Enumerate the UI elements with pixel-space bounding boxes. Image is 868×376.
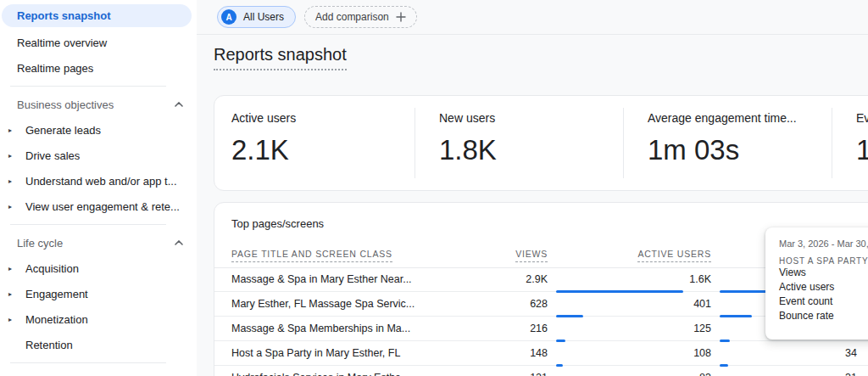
expand-arrow-icon[interactable]: ▸	[8, 203, 25, 210]
plus-icon	[396, 12, 406, 22]
active-users-cell: 108	[626, 347, 711, 359]
sidebar-item-drive-sales[interactable]: ▸ Drive sales	[0, 143, 197, 168]
all-users-chip[interactable]: A All Users	[217, 6, 296, 28]
metric-value: 1m 03s	[648, 134, 832, 166]
column-header-label: PAGE TITLE AND SCREEN CLASS	[231, 249, 392, 262]
expand-arrow-icon[interactable]: ▸	[8, 152, 25, 160]
section-label: Business objectives	[17, 98, 114, 111]
sidebar-section-life-cycle[interactable]: Life cycle	[0, 230, 197, 255]
tooltip-row-label: HOST A SPA PARTY IN	[779, 256, 868, 266]
expand-arrow-icon[interactable]: ▸	[8, 290, 25, 298]
sidebar-divider	[10, 362, 166, 363]
metric-active-users: Active users 2.1K	[214, 108, 415, 178]
sidebar-item-reports-snapshot[interactable]: Reports snapshot	[2, 4, 192, 27]
metric-new-users: New users 1.8K	[415, 108, 623, 178]
event-count-cell: 34	[845, 347, 857, 359]
table-row: Hydrafacials Services in Mary Esthe... 1…	[214, 366, 868, 376]
sidebar-item-realtime-overview[interactable]: Realtime overview	[0, 30, 197, 55]
section-label: Life cycle	[17, 237, 63, 250]
views-cell: 216	[463, 323, 548, 334]
sidebar-item-engagement[interactable]: ▸ Engagement	[0, 281, 197, 306]
tooltip-date-range: Mar 3, 2026 - Mar 30, 20	[779, 239, 868, 249]
sidebar-item-generate-leads[interactable]: ▸ Generate leads	[0, 117, 197, 143]
comparison-bar: A All Users Add comparison	[197, 0, 868, 35]
column-header-views[interactable]: VIEWS	[463, 249, 548, 262]
active-users-cell: 125	[626, 323, 711, 334]
sidebar-item-view-user-engagement[interactable]: ▸ View user engagement & rete...	[0, 194, 197, 219]
page-title-cell: Hydrafacials Services in Mary Esthe...	[231, 372, 410, 376]
sidebar-item-label: Realtime pages	[17, 62, 93, 75]
tooltip-metric-label: Event count	[779, 295, 868, 309]
metric-label: New users	[439, 111, 623, 125]
chevron-up-icon[interactable]	[175, 102, 183, 107]
page-title-cell: Massage & Spa in Mary Esther Near...	[231, 273, 412, 285]
metric-value: 1.8K	[439, 134, 623, 166]
sidebar-item-understand-web-app[interactable]: ▸ Understand web and/or app t...	[0, 168, 197, 194]
sidebar-item-realtime-pages[interactable]: Realtime pages	[0, 55, 197, 81]
sidebar-item-label: Drive sales	[25, 149, 80, 162]
views-cell: 121	[463, 372, 548, 376]
sidebar-item-label: Generate leads	[25, 124, 101, 137]
tooltip-metric-label: Bounce rate	[779, 309, 868, 323]
page-title-cell: Massage & Spa Memberships in Ma...	[231, 323, 410, 334]
sidebar-item-label: Understand web and/or app t...	[25, 175, 177, 188]
sidebar-item-retention[interactable]: Retention	[0, 332, 197, 357]
column-header-page-title[interactable]: PAGE TITLE AND SCREEN CLASS	[231, 249, 392, 262]
expand-arrow-icon[interactable]: ▸	[8, 177, 25, 185]
sidebar-item-label: Engagement	[25, 288, 88, 300]
table-row: Host a Spa Party in Mary Esther, FL 148 …	[214, 341, 868, 366]
active-users-cell: 401	[626, 298, 711, 310]
sidebar-item-label: Reports snapshot	[17, 9, 111, 22]
metric-value: 2.1K	[231, 134, 415, 166]
views-cell: 2.9K	[463, 273, 548, 285]
column-header-label: VIEWS	[515, 249, 548, 262]
tooltip-metric-label: Views	[779, 266, 868, 280]
metric-label: Active users	[231, 111, 415, 125]
views-cell: 148	[463, 347, 548, 359]
page-title-cell: Mary Esther, FL Massage Spa Servic...	[231, 298, 415, 310]
sidebar-item-monetization[interactable]: ▸ Monetization	[0, 306, 197, 332]
metric-label: Event count	[856, 111, 868, 125]
column-header-label: ACTIVE USERS	[637, 249, 711, 262]
add-comparison-button[interactable]: Add comparison	[304, 6, 417, 28]
metric-average-engagement-time: Average engagement time... 1m 03s	[623, 108, 832, 178]
metric-label: Average engagement time...	[648, 111, 832, 125]
chevron-up-icon[interactable]	[175, 240, 183, 245]
page-title-text: Reports snapshot	[214, 45, 347, 70]
table-title: Top pages/screens	[231, 217, 324, 230]
add-comparison-label: Add comparison	[315, 11, 389, 23]
page-title: Reports snapshot	[214, 45, 868, 70]
sidebar-item-label: View user engagement & rete...	[25, 200, 180, 213]
active-users-cell: 83	[626, 372, 711, 376]
all-users-avatar-icon: A	[221, 9, 236, 25]
sidebar-item-label: Realtime overview	[17, 36, 107, 49]
sidebar-item-acquisition[interactable]: ▸ Acquisition	[0, 255, 197, 281]
metrics-summary-card: Active users 2.1K New users 1.8K Average…	[214, 95, 868, 191]
active-users-cell: 1.6K	[626, 273, 711, 285]
all-users-chip-label: All Users	[243, 11, 284, 23]
sidebar-item-label: Monetization	[25, 313, 88, 326]
views-cell: 628	[463, 298, 548, 310]
column-header-active-users[interactable]: ACTIVE USERS	[626, 249, 711, 262]
metric-event-count: Event count 1	[832, 108, 868, 178]
sidebar-divider	[10, 86, 166, 87]
event-count-cell: 31	[845, 372, 857, 376]
chart-tooltip: Mar 3, 2026 - Mar 30, 20 HOST A SPA PART…	[765, 227, 868, 340]
sidebar-divider	[10, 224, 166, 225]
sidebar-item-label: Acquisition	[25, 262, 79, 275]
sidebar-section-user[interactable]: User	[0, 368, 197, 376]
expand-arrow-icon[interactable]: ▸	[8, 126, 25, 134]
sidebar-section-business-objectives[interactable]: Business objectives	[0, 92, 197, 117]
tooltip-metric-label: Active users	[779, 280, 868, 295]
expand-arrow-icon[interactable]: ▸	[8, 316, 25, 323]
report-nav-sidebar: Reports snapshot Realtime overview Realt…	[0, 0, 197, 376]
page-title-cell: Host a Spa Party in Mary Esther, FL	[231, 347, 400, 359]
metric-value: 1	[856, 134, 868, 166]
expand-arrow-icon[interactable]: ▸	[8, 265, 25, 272]
sidebar-item-label: Retention	[25, 339, 73, 351]
